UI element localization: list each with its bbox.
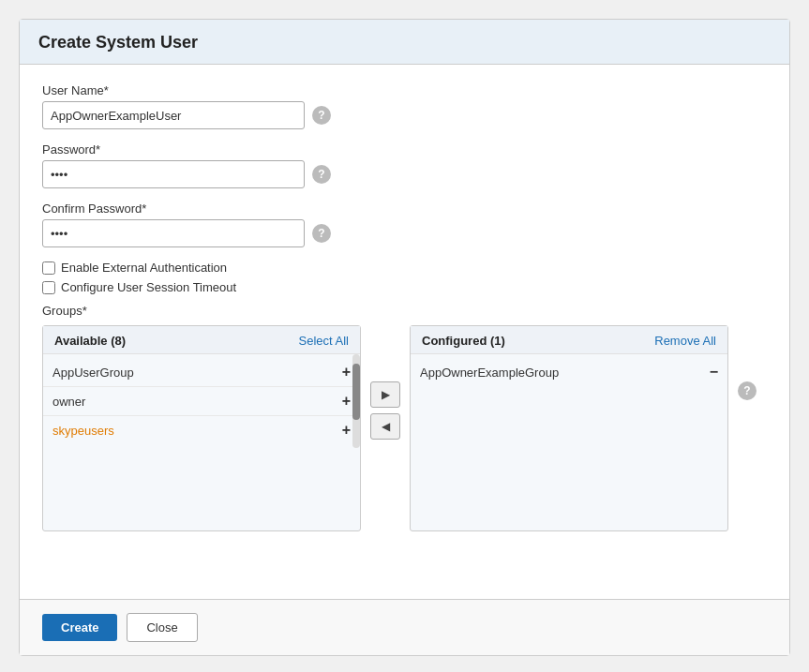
modal-body: User Name* ? Password* ? Confirm Passwor… [20,65,789,599]
group-item-name: owner [52,395,85,409]
configured-panel-header: Configured (1) Remove All [411,326,727,354]
list-item[interactable]: AppOwnerExampleGroup − [411,358,727,386]
enable-external-auth-label: Enable External Authentication [61,261,227,275]
create-button[interactable]: Create [42,614,117,641]
groups-container: Available (8) Select All AppUserGroup + … [42,325,767,531]
enable-external-auth-row: Enable External Authentication [42,261,767,275]
remove-all-link[interactable]: Remove All [654,334,716,348]
select-all-link[interactable]: Select All [299,334,349,348]
configured-panel-title: Configured (1) [422,334,505,348]
configured-panel: Configured (1) Remove All AppOwnerExampl… [410,325,728,531]
confirm-password-input[interactable] [42,219,305,247]
groups-help-icon[interactable]: ? [738,381,757,400]
group-item-name: skypeusers [52,424,114,438]
available-group-list-wrapper: AppUserGroup + owner + skypeusers + [43,354,360,448]
available-panel-title: Available (8) [54,334,126,348]
available-panel: Available (8) Select All AppUserGroup + … [42,325,361,531]
add-icon[interactable]: + [342,364,351,381]
password-label: Password* [42,142,767,157]
username-input-row: ? [42,101,767,129]
create-system-user-modal: Create System User User Name* ? Password… [19,19,790,656]
password-input[interactable] [42,160,305,188]
scrollbar-track [352,354,360,448]
close-button[interactable]: Close [127,613,197,642]
username-label: User Name* [42,83,767,97]
password-help-icon[interactable]: ? [312,165,331,184]
groups-label: Groups* [42,304,767,318]
confirm-password-label: Confirm Password* [42,202,767,216]
remove-icon[interactable]: − [710,364,718,381]
modal-header: Create System User [20,20,789,65]
list-item[interactable]: owner + [43,387,360,416]
scrollbar-thumb[interactable] [352,364,360,420]
password-group: Password* ? [42,142,767,188]
username-group: User Name* ? [42,83,767,129]
group-item-name: AppUserGroup [52,366,134,380]
add-to-configured-button[interactable]: ▶ [370,381,400,408]
configure-session-timeout-row: Configure User Session Timeout [42,280,767,294]
username-input[interactable] [42,101,305,129]
enable-external-auth-checkbox[interactable] [42,261,55,275]
confirm-password-input-row: ? [42,219,767,247]
modal-title: Create System User [38,33,771,52]
configure-session-timeout-checkbox[interactable] [42,281,55,294]
list-item[interactable]: AppUserGroup + [43,358,360,387]
confirm-password-help-icon[interactable]: ? [312,224,331,243]
add-icon[interactable]: + [342,422,351,439]
configured-item-name: AppOwnerExampleGroup [420,366,559,380]
username-help-icon[interactable]: ? [312,106,331,125]
configured-group-list: AppOwnerExampleGroup − [411,354,727,390]
remove-from-configured-button[interactable]: ◀ [370,413,400,440]
configure-session-timeout-label: Configure User Session Timeout [61,280,236,294]
confirm-password-group: Confirm Password* ? [42,202,767,247]
available-panel-header: Available (8) Select All [43,326,360,354]
available-group-list: AppUserGroup + owner + skypeusers + [43,354,360,448]
list-item[interactable]: skypeusers + [43,416,360,444]
modal-footer: Create Close [20,599,789,655]
add-icon[interactable]: + [342,393,351,410]
transfer-buttons: ▶ ◀ [370,381,400,440]
password-input-row: ? [42,160,767,188]
